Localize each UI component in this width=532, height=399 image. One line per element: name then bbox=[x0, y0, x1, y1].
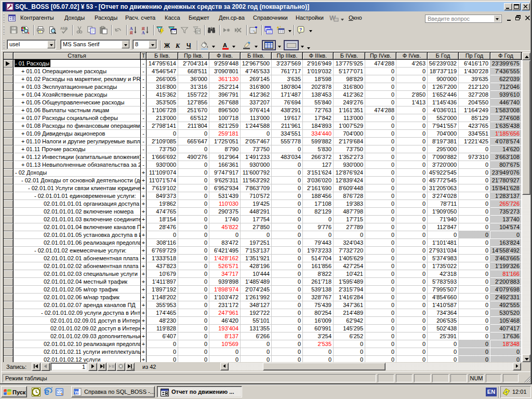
svg-text:А: А bbox=[223, 42, 227, 48]
svg-text:?: ? bbox=[299, 27, 302, 32]
svg-text:Я: Я bbox=[130, 30, 133, 35]
svg-text:W: W bbox=[75, 390, 79, 395]
svg-text:А: А bbox=[142, 30, 145, 35]
